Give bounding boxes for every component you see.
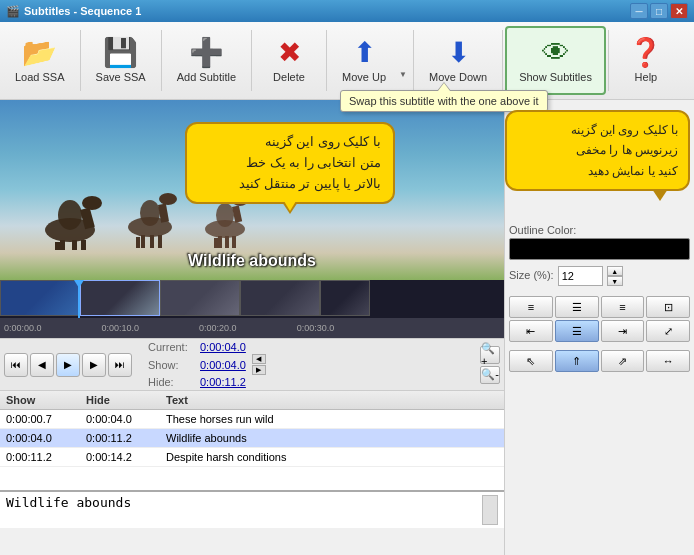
prev-frame-button[interactable]: ◀ xyxy=(30,353,54,377)
size-up-button[interactable]: ▲ xyxy=(607,266,623,276)
toolbar-sep-1 xyxy=(80,30,81,91)
align-center-button[interactable]: ☰ xyxy=(555,296,599,318)
play-button[interactable]: ▶ xyxy=(56,353,80,377)
zoom-out-button[interactable]: 🔍- xyxy=(480,366,500,384)
timeline-thumb-4[interactable] xyxy=(240,280,320,316)
eye-icon: 👁 xyxy=(542,39,570,67)
show-label: Show: xyxy=(148,359,196,371)
help-button[interactable]: ❓ Help xyxy=(611,26,681,95)
edit-scrollbar[interactable] xyxy=(482,495,498,525)
save-ssa-label: Save SSA xyxy=(96,71,146,83)
close-button[interactable]: ✕ xyxy=(670,3,688,19)
save-ssa-button[interactable]: 💾 Save SSA xyxy=(83,26,159,95)
svg-rect-19 xyxy=(232,236,236,248)
svg-point-15 xyxy=(159,193,177,205)
align-justify-button[interactable]: ⊡ xyxy=(646,296,690,318)
outline-color-box[interactable] xyxy=(509,238,690,260)
svg-point-9 xyxy=(140,200,160,226)
timeline-thumb-3[interactable] xyxy=(160,280,240,316)
move-down-button[interactable]: ⬇ Move Down xyxy=(416,26,500,95)
load-ssa-button[interactable]: 📂 Load SSA xyxy=(2,26,78,95)
align-tl-button[interactable]: ⇖ xyxy=(509,350,553,372)
move-up-button[interactable]: ⬆ Move Up xyxy=(329,26,399,95)
show-time-nav: ◀ ▶ xyxy=(252,354,266,375)
outline-color-section: Outline Color: xyxy=(509,224,690,260)
timeline-thumb-1[interactable] xyxy=(0,280,80,316)
hide-value[interactable]: 0:00:11.2 xyxy=(200,376,246,388)
align-left-button[interactable]: ≡ xyxy=(509,296,553,318)
align-tc-button[interactable]: ⇑ xyxy=(555,350,599,372)
ruler-mark-2: 0:00:20.0 xyxy=(199,323,237,333)
size-row: Size (%): ▲ ▼ xyxy=(509,266,690,286)
expand-button[interactable]: ⤢ xyxy=(646,320,690,342)
move-down-label: Move Down xyxy=(429,71,487,83)
subtitle-edit-input[interactable]: Wildlife abounds xyxy=(6,495,482,525)
current-label: Current: xyxy=(148,341,196,353)
svg-rect-18 xyxy=(225,236,229,248)
size-input[interactable] xyxy=(558,266,603,286)
row3-hide: 0:00:14.2 xyxy=(86,451,166,463)
show-value[interactable]: 0:00:04.0 xyxy=(200,359,246,371)
show-prev-button[interactable]: ◀ xyxy=(252,354,266,364)
window-title: Subtitles - Sequence 1 xyxy=(24,5,141,17)
show-subtitles-button[interactable]: 👁 Show Subtitles xyxy=(505,26,606,95)
outline-color-label: Outline Color: xyxy=(509,224,690,236)
delete-button[interactable]: ✖ Delete xyxy=(254,26,324,95)
playhead-triangle xyxy=(74,280,84,288)
ruler-mark-3: 0:00:30.0 xyxy=(297,323,335,333)
indent-left-button[interactable]: ⇤ xyxy=(509,320,553,342)
timeline-thumb-5[interactable] xyxy=(320,280,370,316)
show-time-row: Show: 0:00:04.0 ◀ ▶ xyxy=(148,354,266,375)
bottom-edit-area: Wildlife abounds xyxy=(0,490,504,528)
svg-point-21 xyxy=(216,203,234,227)
delete-label: Delete xyxy=(273,71,305,83)
center-v-button[interactable]: ☰ xyxy=(555,320,599,342)
size-label: Size (%): xyxy=(509,269,554,281)
svg-point-1 xyxy=(58,200,82,230)
move-up-group: ⬆ Move Up ▼ xyxy=(329,26,411,95)
align-tr-button[interactable]: ⇗ xyxy=(601,350,645,372)
tooltip-box: Swap this subtitle with the one above it xyxy=(340,90,548,112)
subtitle-row[interactable]: 0:00:00.7 0:00:04.0 These horses run wil… xyxy=(0,410,504,429)
left-panel: Wildlife abounds با کلیک روی این گزینهمت… xyxy=(0,100,504,555)
move-up-label: Move Up xyxy=(342,71,386,83)
next-frame-button[interactable]: ▶ xyxy=(82,353,106,377)
toolbar-sep-3 xyxy=(251,30,252,91)
show-next-button[interactable]: ▶ xyxy=(252,365,266,375)
minimize-button[interactable]: ─ xyxy=(630,3,648,19)
svg-rect-22 xyxy=(232,206,242,223)
subtitle-table-header: Show Hide Text xyxy=(0,391,504,410)
toolbar-sep-7 xyxy=(608,30,609,91)
app-icon: 🎬 xyxy=(6,5,20,18)
move-up-dropdown-arrow[interactable]: ▼ xyxy=(399,26,411,95)
svg-rect-3 xyxy=(72,240,77,250)
svg-rect-12 xyxy=(158,235,162,248)
step-back-button[interactable]: ⏮ xyxy=(4,353,28,377)
step-forward-button[interactable]: ⏭ xyxy=(108,353,132,377)
timeline-track[interactable] xyxy=(0,280,504,318)
svg-rect-5 xyxy=(55,242,60,250)
add-subtitle-button[interactable]: ➕ Add Subtitle xyxy=(164,26,249,95)
subtitle-row[interactable]: 0:00:11.2 0:00:14.2 Despite harsh condit… xyxy=(0,448,504,467)
current-value[interactable]: 0:00:04.0 xyxy=(200,341,246,353)
maximize-button[interactable]: □ xyxy=(650,3,668,19)
timeline-playhead xyxy=(78,280,80,318)
header-hide: Hide xyxy=(86,394,166,406)
help-label: Help xyxy=(635,71,658,83)
align-extra-button[interactable]: ↔ xyxy=(646,350,690,372)
zoom-in-button[interactable]: 🔍+ xyxy=(480,346,500,364)
timeline: 0:00:00.0 0:00:10.0 0:00:20.0 0:00:30.0 xyxy=(0,280,504,338)
row2-show: 0:00:04.0 xyxy=(6,432,86,444)
align-right-button[interactable]: ≡ xyxy=(601,296,645,318)
subtitle-row[interactable]: 0:00:04.0 0:00:11.2 Wildlife abounds xyxy=(0,429,504,448)
video-subtitle: Wildlife abounds xyxy=(0,252,504,270)
size-down-button[interactable]: ▼ xyxy=(607,276,623,286)
row1-text: These horses run wild xyxy=(166,413,498,425)
controls-row: ⏮ ◀ ▶ ▶ ⏭ Current: 0:00:04.0 Show: 0:00:… xyxy=(0,338,504,391)
title-bar: 🎬 Subtitles - Sequence 1 ─ □ ✕ xyxy=(0,0,694,22)
size-section: Size (%): ▲ ▼ xyxy=(509,266,690,286)
timeline-thumb-2[interactable] xyxy=(80,280,160,316)
row2-text: Wildlife abounds xyxy=(166,432,498,444)
subtitle-table-body[interactable]: 0:00:00.7 0:00:04.0 These horses run wil… xyxy=(0,410,504,490)
indent-right-button[interactable]: ⇥ xyxy=(601,320,645,342)
